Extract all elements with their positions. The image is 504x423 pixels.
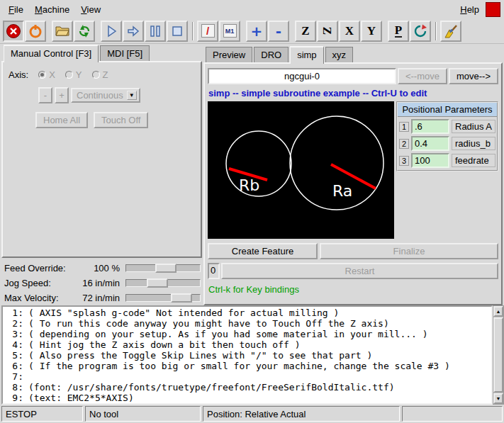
chevron-down-icon: ▼ <box>127 91 137 100</box>
ngcgui-instance-row: ngcgui-0 <--move move--> <box>208 68 498 84</box>
gcode-line: 7: <box>3 371 491 382</box>
tab-manual-control[interactable]: Manual Control [F3] <box>4 45 99 62</box>
scroll-thumb[interactable] <box>493 317 503 393</box>
param-radius-a-input[interactable]: .6 <box>411 119 449 134</box>
move-left-button[interactable]: <--move <box>398 68 447 84</box>
line-text: ( If the program is too big or small for… <box>28 361 450 371</box>
param-number: 2 <box>399 139 409 149</box>
line-number: 5: <box>3 350 28 361</box>
positional-parameters-title: Positional Parameters <box>398 103 497 117</box>
param-radius-b-input[interactable]: 0.4 <box>411 136 449 151</box>
line-number: 7: <box>3 371 28 382</box>
jog-speed-label: Jog Speed: <box>1 278 51 288</box>
param-number: 1 <box>399 122 409 132</box>
tab-xyz[interactable]: xyz <box>325 47 354 62</box>
optional-stop-button[interactable]: M1 <box>219 21 240 42</box>
gcode-line: 4:( Hint jog the Z axis down a bit then … <box>3 339 491 350</box>
move-right-button[interactable]: move--> <box>449 68 498 84</box>
positional-parameters-panel: Positional Parameters 1 .6 Radius A 2 0.… <box>396 101 498 171</box>
menu-help[interactable]: Help <box>454 1 485 18</box>
gcode-listing[interactable]: 1:( AXIS "splash g-code" Not intended fo… <box>1 305 493 405</box>
axis-y-label: Y <box>76 69 82 80</box>
right-notebook-tabs: Preview DRO simp xyz <box>203 44 503 62</box>
view-z-rotated-button[interactable]: Z <box>317 21 338 42</box>
ngcgui-frame: ngcgui-0 <--move move--> simp -- simple … <box>203 62 503 305</box>
manual-control-panel: Manual Control [F3] MDI [F5] Axis: X Y Z <box>1 44 202 305</box>
gcode-line: 5:( Also press the Toggle Skip Lines wit… <box>3 350 491 361</box>
create-feature-button[interactable]: Create Feature <box>208 243 318 259</box>
run-button[interactable] <box>101 21 122 42</box>
ngcgui-instance-entry[interactable]: ngcgui-0 <box>208 68 396 84</box>
rotate-view-icon <box>413 24 427 38</box>
touch-off-button[interactable]: Touch Off <box>94 112 148 128</box>
jog-speed-value: 16 in/min <box>82 278 125 288</box>
gcode-line: 1:( AXIS "splash g-code" Not intended fo… <box>3 308 491 318</box>
menu-file[interactable]: File <box>3 1 29 18</box>
jog-plus-button[interactable]: + <box>55 87 69 103</box>
view-y-icon: Y <box>367 25 376 37</box>
slider-handle[interactable] <box>171 293 192 303</box>
step-button[interactable] <box>123 21 144 42</box>
param-feedrate-input[interactable]: 100 <box>411 153 449 168</box>
radio-indicator <box>65 71 73 79</box>
step-icon <box>126 24 140 38</box>
view-perspective-button[interactable]: P <box>388 21 409 42</box>
jog-speed-slider[interactable] <box>125 277 201 289</box>
feed-override-slider[interactable] <box>125 262 201 274</box>
clear-plot-button[interactable] <box>440 21 461 42</box>
run-icon <box>104 24 118 38</box>
home-all-button[interactable]: Home All <box>35 112 88 128</box>
feed-override-value: 100 % <box>94 263 125 273</box>
jog-row: - + Continuous ▼ <box>38 87 201 103</box>
scroll-down-arrow[interactable]: ▼ <box>493 393 503 404</box>
tab-mdi[interactable]: MDI [F5] <box>100 45 150 61</box>
machine-power-button[interactable] <box>25 21 46 42</box>
axis-radio-z[interactable]: Z <box>92 69 108 80</box>
slider-handle[interactable] <box>147 278 168 288</box>
gcode-line: 9:(text: EMC2*5*AXIS) <box>3 393 491 403</box>
zoom-out-button[interactable]: - <box>268 21 289 42</box>
menubar: File Machine View Help <box>0 0 504 18</box>
tab-preview[interactable]: Preview <box>206 47 252 62</box>
clear-plot-icon <box>444 24 458 38</box>
subroutine-preview-image: Rb Ra <box>208 101 394 239</box>
toggle-skip-lines-button[interactable]: / <box>197 21 218 42</box>
view-y-button[interactable]: Y <box>361 21 382 42</box>
line-number: 3: <box>3 329 28 339</box>
gcode-scrollbar[interactable]: ▲ ▼ <box>493 305 504 405</box>
jog-minus-button[interactable]: - <box>38 87 52 103</box>
menu-machine[interactable]: Machine <box>29 1 75 18</box>
restart-button[interactable]: Restart <box>221 263 498 279</box>
view-z-button[interactable]: Z <box>295 21 316 42</box>
pause-button[interactable] <box>145 21 166 42</box>
scroll-up-arrow[interactable]: ▲ <box>493 306 503 317</box>
axis-x-label: X <box>49 69 55 80</box>
axis-label: Axis: <box>9 69 28 80</box>
view-x-icon: X <box>345 25 354 37</box>
axis-radio-x[interactable]: X <box>38 69 55 80</box>
restart-row: 0 Restart <box>208 263 498 279</box>
tab-dro[interactable]: DRO <box>254 47 289 62</box>
finalize-button[interactable]: Finalize <box>320 243 498 259</box>
small-circle-label: Rb <box>239 176 259 194</box>
estop-button[interactable] <box>3 21 24 42</box>
view-z-rotated-icon: Z <box>322 27 334 35</box>
max-velocity-slider[interactable] <box>125 292 201 304</box>
line-number: 1: <box>3 308 28 318</box>
override-sliders: Feed Override: 100 % Jog Speed: 16 in/mi… <box>1 261 202 305</box>
reload-button[interactable] <box>74 21 95 42</box>
zoom-in-button[interactable]: + <box>246 21 267 42</box>
param-radius-a-label: Radius A <box>452 120 495 133</box>
jog-mode-select[interactable]: Continuous ▼ <box>71 88 140 103</box>
axis-radio-y[interactable]: Y <box>65 69 82 80</box>
feature-buttons-row: Create Feature Finalize <box>208 243 498 259</box>
tab-simp[interactable]: simp <box>290 46 323 64</box>
gcode-line: 2:( To run this code anyway you might ha… <box>3 318 491 329</box>
menu-view[interactable]: View <box>75 1 106 18</box>
stop-button[interactable] <box>167 21 188 42</box>
view-x-button[interactable]: X <box>339 21 360 42</box>
open-file-button[interactable] <box>52 21 73 42</box>
rotate-view-button[interactable] <box>410 21 431 42</box>
slider-handle[interactable] <box>155 264 177 273</box>
line-number: 6: <box>3 361 28 371</box>
